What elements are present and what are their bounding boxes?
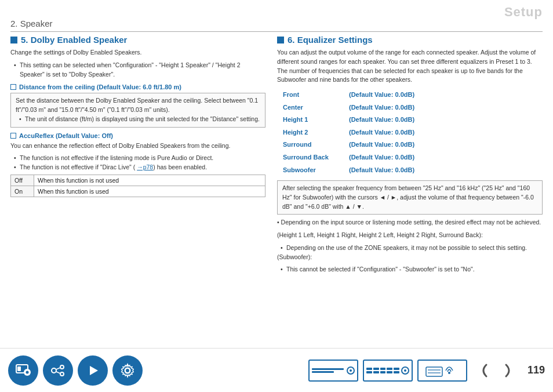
speaker-height1: Height 1 xyxy=(278,114,348,126)
speaker-center: Center xyxy=(278,102,348,114)
section6-title: 6. Equalizer Settings xyxy=(277,35,543,45)
note-subwoofer-label: (Subwoofer): xyxy=(277,253,543,262)
forward-button[interactable] xyxy=(499,360,521,382)
equalizer-speakers-table: Front (Default Value: 0.0dB) Center (Def… xyxy=(277,88,543,177)
play-nav-icon[interactable] xyxy=(78,355,108,386)
checkbox-accuReflex-icon xyxy=(10,133,16,139)
table-cell-on-desc: When this function is used xyxy=(34,186,265,197)
svg-point-15 xyxy=(448,372,450,374)
svg-line-7 xyxy=(56,368,60,369)
disc-svg-icon xyxy=(14,362,32,379)
settings-svg-icon xyxy=(119,362,136,379)
note-desired-effect: • Depending on the input source or liste… xyxy=(277,218,543,227)
nav-icons-left xyxy=(8,355,143,386)
device2-icon[interactable] xyxy=(363,360,413,382)
table-row: Surround Back (Default Value: 0.0dB) xyxy=(278,152,541,164)
section5-intro: Change the settings of Dolby Enabled Spe… xyxy=(10,48,265,57)
back-button[interactable] xyxy=(472,360,494,382)
connection-nav-icon[interactable] xyxy=(43,355,73,386)
frequency-note-box: After selecting the speaker frequency fr… xyxy=(277,180,543,215)
section5-bullet1: This setting can be selected when "Confi… xyxy=(10,61,265,79)
nav-icons-right: 119 xyxy=(308,360,545,382)
table-cell-on-label: On xyxy=(11,186,34,197)
remote-svg-icon xyxy=(425,362,460,379)
note-subwoofer-config: This cannot be selected if "Configuratio… xyxy=(277,265,543,274)
subsection-accusreflex-title: AccuReflex (Default Value: Off) xyxy=(10,132,265,139)
table-row: Front (Default Value: 0.0dB) xyxy=(278,89,541,101)
right-column: 6. Equalizer Settings You can adjust the… xyxy=(277,35,543,346)
speaker-front: Front xyxy=(278,89,348,101)
settings-nav-icon[interactable] xyxy=(112,355,143,386)
table-row: Off When this function is not used xyxy=(11,175,265,186)
table-row: Height 2 (Default Value: 0.0dB) xyxy=(278,127,541,139)
section5-square-icon xyxy=(10,37,17,43)
height2-default: (Default Value: 0.0dB) xyxy=(349,127,541,139)
svg-rect-1 xyxy=(17,366,21,371)
section6-square-icon xyxy=(277,37,284,43)
svg-point-3 xyxy=(26,371,29,373)
height1-default: (Default Value: 0.0dB) xyxy=(349,114,541,126)
svg-point-6 xyxy=(60,372,64,376)
svg-point-5 xyxy=(60,365,64,369)
note-zone-speakers: Depending on the use of the ZONE speaker… xyxy=(277,244,543,253)
device1-icon[interactable] xyxy=(308,360,358,382)
play-svg-icon xyxy=(84,362,101,379)
table-row: Subwoofer (Default Value: 0.0dB) xyxy=(278,165,541,176)
table-row: Center (Default Value: 0.0dB) xyxy=(278,102,541,114)
speaker-surround: Surround xyxy=(278,139,348,151)
table-row: Surround (Default Value: 0.0dB) xyxy=(278,139,541,151)
accusreflex-bullet2: The function is not effective if "Dirac … xyxy=(10,163,265,172)
speaker-height2: Height 2 xyxy=(278,127,348,139)
table-cell-off-label: Off xyxy=(11,175,34,186)
back-arrow-icon xyxy=(475,362,491,379)
bottom-nav-bar: 119 xyxy=(0,348,553,392)
distance-info-box: Set the distance between the Dolby Enabl… xyxy=(10,93,265,127)
front-default: (Default Value: 0.0dB) xyxy=(349,89,541,101)
table-cell-off-desc: When this function is not used xyxy=(34,175,265,186)
setup-title: Setup xyxy=(504,5,543,20)
speaker-subwoofer: Subwoofer xyxy=(278,165,348,176)
distance-info-bullet: The unit of distance (ft/m) is displayed… xyxy=(16,115,260,124)
subwoofer-default: (Default Value: 0.0dB) xyxy=(349,165,541,176)
page-number: 119 xyxy=(527,364,545,376)
center-default: (Default Value: 0.0dB) xyxy=(349,102,541,114)
device3-icon[interactable] xyxy=(417,360,467,382)
accusreflex-table: Off When this function is not used On Wh… xyxy=(10,175,265,197)
section6-intro: You can adjust the output volume of the … xyxy=(277,48,543,85)
disc-nav-icon[interactable] xyxy=(8,355,38,386)
accusreflex-body: You can enhance the reflection effect of… xyxy=(10,141,265,151)
checkbox-distance-icon xyxy=(10,84,16,90)
surround-back-default: (Default Value: 0.0dB) xyxy=(349,152,541,164)
svg-point-4 xyxy=(52,368,56,373)
svg-rect-12 xyxy=(426,367,442,376)
left-column: 5. Dolby Enabled Speaker Change the sett… xyxy=(10,35,265,346)
note-height-label: (Height 1 Left, Height 1 Right, Height 2… xyxy=(277,231,543,240)
svg-line-8 xyxy=(56,372,60,373)
section-divider xyxy=(10,31,543,32)
subsection-distance-title: Distance from the ceiling (Default Value… xyxy=(10,84,265,90)
speaker-surround-back: Surround Back xyxy=(278,152,348,164)
svg-marker-9 xyxy=(90,366,98,375)
accusreflex-bullet1: The function is not effective if the lis… xyxy=(10,154,265,163)
table-row: On When this function is used xyxy=(11,186,265,197)
surround-default: (Default Value: 0.0dB) xyxy=(349,139,541,151)
connection-svg-icon xyxy=(49,362,67,379)
table-row: Height 1 (Default Value: 0.0dB) xyxy=(278,114,541,126)
section5-title: 5. Dolby Enabled Speaker xyxy=(10,35,265,45)
forward-arrow-icon xyxy=(501,362,518,379)
p78-link[interactable]: →p78 xyxy=(137,164,153,170)
chapter-title: 2. Speaker xyxy=(10,19,53,28)
